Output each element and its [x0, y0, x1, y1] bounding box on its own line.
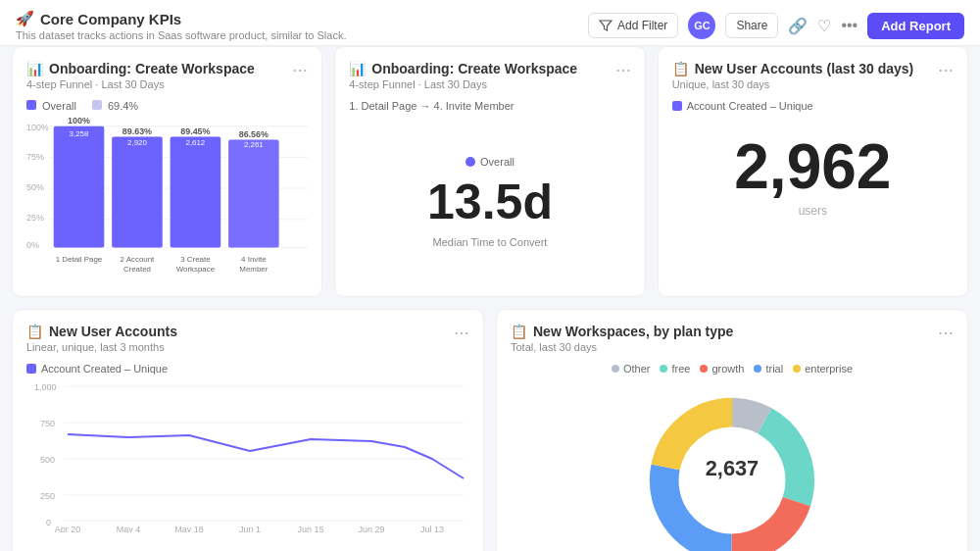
svg-text:100%: 100%: [26, 123, 49, 132]
svg-text:Created: Created: [123, 265, 151, 274]
heart-icon[interactable]: ♡: [817, 17, 831, 35]
share-button[interactable]: Share: [725, 13, 778, 38]
add-filter-button[interactable]: Add Filter: [588, 13, 678, 38]
uamc-legend: Account Created – Unique: [672, 100, 954, 112]
legend-trial-dot: [754, 365, 761, 373]
avatar: GC: [688, 12, 715, 39]
header-actions: Add Filter GC Share 🔗 ♡ ••• Add Report: [588, 12, 964, 39]
donut-center-value: 2,637: [706, 456, 759, 480]
svg-text:Apr 20: Apr 20: [55, 525, 81, 532]
wdc-donut-container: 2,637: [511, 382, 954, 551]
wdc-title: 📋 New Workspaces, by plan type: [511, 324, 733, 339]
ualc-subtitle: Linear, unique, last 3 months: [26, 341, 177, 353]
svg-text:Member: Member: [239, 265, 268, 274]
wdc-subtitle: Total, last 30 days: [511, 341, 733, 353]
svg-text:2,261: 2,261: [244, 140, 264, 149]
fbc2-menu[interactable]: ⋯: [292, 61, 308, 79]
fbc2-subtitle: 4-step Funnel · Last 30 Days: [26, 78, 255, 90]
svg-text:500: 500: [40, 455, 55, 465]
user-accounts-line-card: 📋 New User Accounts Linear, unique, last…: [12, 309, 484, 551]
page-subtitle: This dataset tracks actions in Saas soft…: [16, 29, 346, 41]
fbc2-title: 📊 Onboarding: Create Workspace: [26, 61, 255, 76]
svg-text:750: 750: [40, 419, 55, 428]
header-left: 🚀 Core Company KPIs This dataset tracks …: [16, 10, 346, 41]
ualc-title-group: 📋 New User Accounts Linear, unique, last…: [26, 324, 177, 361]
link-icon[interactable]: 🔗: [788, 17, 808, 35]
uamc-subtitle: Unique, last 30 days: [672, 78, 914, 90]
legend-free-dot: [660, 365, 667, 373]
svg-text:3,258: 3,258: [70, 129, 89, 138]
ftc-step: 1. Detail Page → 4. Invite Member: [349, 100, 630, 112]
donut-svg: 2,637: [634, 382, 830, 551]
uamc-header: 📋 New User Accounts (last 30 days) Uniqu…: [672, 61, 954, 98]
wdc-legend: Other free growth trial enterprise: [511, 363, 954, 375]
ftc-menu[interactable]: ⋯: [615, 61, 631, 79]
legend-other-dot: [612, 365, 619, 373]
svg-text:Workspace: Workspace: [176, 265, 216, 274]
ualc-title: 📋 New User Accounts: [26, 324, 177, 339]
ualc-legend-dot: [26, 364, 36, 374]
svg-text:Jun 29: Jun 29: [358, 525, 384, 532]
bottom-row: 📋 New User Accounts Linear, unique, last…: [12, 309, 968, 551]
more-icon[interactable]: •••: [841, 17, 858, 34]
svg-text:75%: 75%: [26, 152, 44, 162]
fbc2-title-group: 📊 Onboarding: Create Workspace 4-step Fu…: [26, 61, 255, 98]
ualc-legend: Account Created – Unique: [26, 363, 469, 375]
svg-rect-53: [228, 140, 279, 248]
bar-chart-svg2: 100% 75% 50% 25% 0% 100% 3,258 89.63% 2,…: [26, 118, 308, 279]
wdc-header: 📋 New Workspaces, by plan type Total, la…: [511, 324, 954, 361]
svg-text:100%: 100%: [68, 118, 90, 125]
rocket-icon: 🚀: [16, 10, 34, 27]
wdc-title-group: 📋 New Workspaces, by plan type Total, la…: [511, 324, 733, 361]
uamc-title-group: 📋 New User Accounts (last 30 days) Uniqu…: [672, 61, 914, 98]
svg-rect-41: [54, 126, 105, 248]
legend-free: free: [660, 363, 690, 375]
uamc-legend-dot: [672, 101, 682, 111]
fbc2-leg-pct: 69.4%: [92, 100, 138, 112]
ftc-title: 📊 Onboarding: Create Workspace: [349, 61, 577, 76]
wdc-icon: 📋: [511, 324, 527, 339]
legend-other: Other: [612, 363, 651, 375]
header: 🚀 Core Company KPIs This dataset tracks …: [0, 0, 980, 46]
fbc2-legend: Overall 69.4%: [26, 100, 308, 112]
svg-text:89.63%: 89.63%: [122, 126, 152, 136]
user-accounts-metric-card: 📋 New User Accounts (last 30 days) Uniqu…: [658, 46, 968, 297]
svg-text:1,000: 1,000: [34, 382, 57, 392]
ftc-header: 📊 Onboarding: Create Workspace 4-step Fu…: [349, 61, 630, 98]
ftc-title-group: 📊 Onboarding: Create Workspace 4-step Fu…: [349, 61, 577, 98]
ftc-metric: 13.5d: [427, 177, 553, 226]
svg-text:50%: 50%: [26, 182, 44, 192]
svg-text:1 Detail Page: 1 Detail Page: [56, 255, 103, 264]
svg-text:250: 250: [40, 491, 55, 501]
ftc-legend: Overall: [466, 156, 514, 168]
svg-text:86.56%: 86.56%: [239, 129, 269, 139]
wdc-menu[interactable]: ⋯: [938, 324, 954, 342]
line-chart-svg: 1,000 750 500 250 0 Apr 20 May 4 May 18 …: [26, 380, 469, 532]
fbc2-header: 📊 Onboarding: Create Workspace 4-step Fu…: [26, 61, 308, 98]
svg-rect-45: [112, 137, 163, 248]
ualc-icon: 📋: [26, 324, 43, 339]
ftc-icon: 📊: [349, 61, 366, 76]
legend-enterprise-dot: [793, 365, 801, 373]
uamc-metric-area: 2,962 users: [672, 116, 954, 227]
svg-text:2,612: 2,612: [185, 139, 205, 148]
fbc2-leg-overall: Overall: [26, 100, 76, 112]
legend-enterprise: enterprise: [793, 363, 853, 375]
legend-growth: growth: [700, 363, 744, 375]
svg-text:2 Account: 2 Account: [121, 255, 156, 264]
uamc-unit: users: [672, 204, 954, 218]
workspaces-donut-card: 📋 New Workspaces, by plan type Total, la…: [496, 309, 968, 551]
page-title: 🚀 Core Company KPIs: [16, 10, 346, 27]
ualc-header: 📋 New User Accounts Linear, unique, last…: [26, 324, 469, 361]
svg-rect-49: [171, 137, 221, 248]
ualc-menu[interactable]: ⋯: [454, 324, 469, 342]
top-row: 📊 Onboarding: Create Workspace 4-step Fu…: [12, 46, 968, 297]
legend-trial: trial: [754, 363, 783, 375]
add-report-button[interactable]: Add Report: [867, 13, 964, 39]
fbc2-icon: 📊: [26, 61, 43, 76]
svg-text:0%: 0%: [26, 240, 39, 250]
uamc-menu[interactable]: ⋯: [938, 61, 954, 79]
svg-text:May 18: May 18: [174, 525, 204, 532]
svg-text:2,920: 2,920: [127, 139, 147, 148]
svg-text:Jul 13: Jul 13: [420, 525, 444, 532]
